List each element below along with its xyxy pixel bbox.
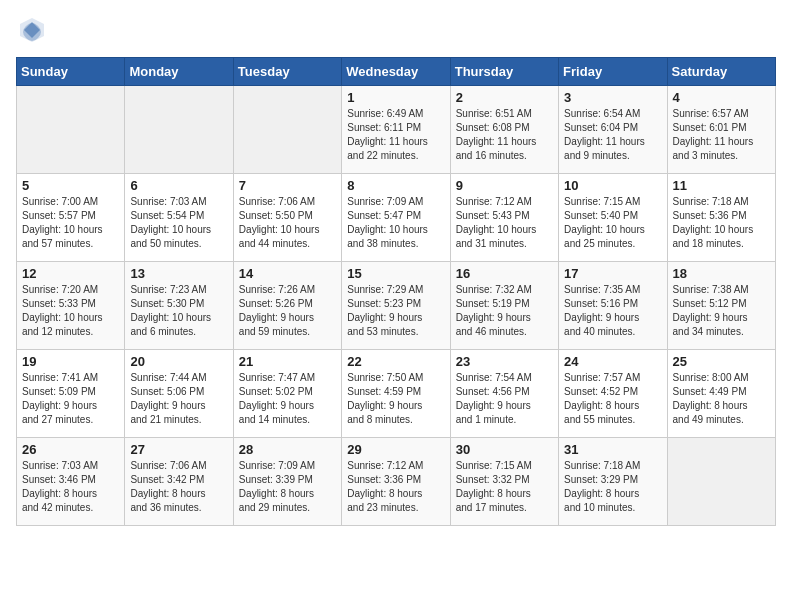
day-number: 28 [239,442,336,457]
day-info: Sunrise: 7:50 AM Sunset: 4:59 PM Dayligh… [347,371,444,427]
day-info: Sunrise: 8:00 AM Sunset: 4:49 PM Dayligh… [673,371,770,427]
day-number: 23 [456,354,553,369]
calendar-cell: 9Sunrise: 7:12 AM Sunset: 5:43 PM Daylig… [450,174,558,262]
logo-icon [18,16,46,44]
day-info: Sunrise: 7:20 AM Sunset: 5:33 PM Dayligh… [22,283,119,339]
day-info: Sunrise: 7:32 AM Sunset: 5:19 PM Dayligh… [456,283,553,339]
day-number: 14 [239,266,336,281]
day-info: Sunrise: 7:18 AM Sunset: 3:29 PM Dayligh… [564,459,661,515]
calendar-cell: 5Sunrise: 7:00 AM Sunset: 5:57 PM Daylig… [17,174,125,262]
calendar-cell: 22Sunrise: 7:50 AM Sunset: 4:59 PM Dayli… [342,350,450,438]
day-info: Sunrise: 7:06 AM Sunset: 5:50 PM Dayligh… [239,195,336,251]
day-number: 7 [239,178,336,193]
calendar-cell: 20Sunrise: 7:44 AM Sunset: 5:06 PM Dayli… [125,350,233,438]
day-info: Sunrise: 6:51 AM Sunset: 6:08 PM Dayligh… [456,107,553,163]
day-info: Sunrise: 7:29 AM Sunset: 5:23 PM Dayligh… [347,283,444,339]
calendar-cell: 2Sunrise: 6:51 AM Sunset: 6:08 PM Daylig… [450,86,558,174]
day-info: Sunrise: 7:54 AM Sunset: 4:56 PM Dayligh… [456,371,553,427]
calendar-cell [233,86,341,174]
day-info: Sunrise: 7:03 AM Sunset: 3:46 PM Dayligh… [22,459,119,515]
calendar-cell: 31Sunrise: 7:18 AM Sunset: 3:29 PM Dayli… [559,438,667,526]
day-number: 25 [673,354,770,369]
day-number: 12 [22,266,119,281]
day-number: 22 [347,354,444,369]
day-info: Sunrise: 7:09 AM Sunset: 3:39 PM Dayligh… [239,459,336,515]
day-number: 13 [130,266,227,281]
calendar-cell: 24Sunrise: 7:57 AM Sunset: 4:52 PM Dayli… [559,350,667,438]
calendar-cell: 29Sunrise: 7:12 AM Sunset: 3:36 PM Dayli… [342,438,450,526]
calendar-cell: 13Sunrise: 7:23 AM Sunset: 5:30 PM Dayli… [125,262,233,350]
day-number: 10 [564,178,661,193]
day-info: Sunrise: 7:57 AM Sunset: 4:52 PM Dayligh… [564,371,661,427]
calendar-cell: 12Sunrise: 7:20 AM Sunset: 5:33 PM Dayli… [17,262,125,350]
weekday-header-wednesday: Wednesday [342,58,450,86]
day-number: 18 [673,266,770,281]
day-info: Sunrise: 7:09 AM Sunset: 5:47 PM Dayligh… [347,195,444,251]
day-number: 26 [22,442,119,457]
day-number: 24 [564,354,661,369]
calendar-cell [17,86,125,174]
calendar-cell: 17Sunrise: 7:35 AM Sunset: 5:16 PM Dayli… [559,262,667,350]
day-number: 11 [673,178,770,193]
day-number: 29 [347,442,444,457]
calendar-cell: 15Sunrise: 7:29 AM Sunset: 5:23 PM Dayli… [342,262,450,350]
calendar-cell: 26Sunrise: 7:03 AM Sunset: 3:46 PM Dayli… [17,438,125,526]
calendar-cell: 10Sunrise: 7:15 AM Sunset: 5:40 PM Dayli… [559,174,667,262]
calendar-table: SundayMondayTuesdayWednesdayThursdayFrid… [16,57,776,526]
day-number: 20 [130,354,227,369]
day-number: 30 [456,442,553,457]
day-info: Sunrise: 7:18 AM Sunset: 5:36 PM Dayligh… [673,195,770,251]
day-number: 4 [673,90,770,105]
day-number: 5 [22,178,119,193]
day-info: Sunrise: 7:15 AM Sunset: 5:40 PM Dayligh… [564,195,661,251]
calendar-cell: 14Sunrise: 7:26 AM Sunset: 5:26 PM Dayli… [233,262,341,350]
day-number: 6 [130,178,227,193]
calendar-cell: 1Sunrise: 6:49 AM Sunset: 6:11 PM Daylig… [342,86,450,174]
day-number: 17 [564,266,661,281]
calendar-cell: 16Sunrise: 7:32 AM Sunset: 5:19 PM Dayli… [450,262,558,350]
day-info: Sunrise: 7:35 AM Sunset: 5:16 PM Dayligh… [564,283,661,339]
day-info: Sunrise: 7:26 AM Sunset: 5:26 PM Dayligh… [239,283,336,339]
calendar-cell [125,86,233,174]
day-info: Sunrise: 7:00 AM Sunset: 5:57 PM Dayligh… [22,195,119,251]
day-info: Sunrise: 7:12 AM Sunset: 5:43 PM Dayligh… [456,195,553,251]
calendar-cell: 11Sunrise: 7:18 AM Sunset: 5:36 PM Dayli… [667,174,775,262]
weekday-header-saturday: Saturday [667,58,775,86]
day-number: 1 [347,90,444,105]
day-number: 21 [239,354,336,369]
calendar-cell: 30Sunrise: 7:15 AM Sunset: 3:32 PM Dayli… [450,438,558,526]
day-info: Sunrise: 7:41 AM Sunset: 5:09 PM Dayligh… [22,371,119,427]
day-info: Sunrise: 6:57 AM Sunset: 6:01 PM Dayligh… [673,107,770,163]
day-number: 15 [347,266,444,281]
calendar-cell: 23Sunrise: 7:54 AM Sunset: 4:56 PM Dayli… [450,350,558,438]
weekday-header-tuesday: Tuesday [233,58,341,86]
day-info: Sunrise: 7:06 AM Sunset: 3:42 PM Dayligh… [130,459,227,515]
calendar-cell: 8Sunrise: 7:09 AM Sunset: 5:47 PM Daylig… [342,174,450,262]
day-info: Sunrise: 6:54 AM Sunset: 6:04 PM Dayligh… [564,107,661,163]
day-info: Sunrise: 7:38 AM Sunset: 5:12 PM Dayligh… [673,283,770,339]
day-info: Sunrise: 7:15 AM Sunset: 3:32 PM Dayligh… [456,459,553,515]
day-info: Sunrise: 7:44 AM Sunset: 5:06 PM Dayligh… [130,371,227,427]
day-number: 3 [564,90,661,105]
day-number: 16 [456,266,553,281]
weekday-header-sunday: Sunday [17,58,125,86]
day-info: Sunrise: 6:49 AM Sunset: 6:11 PM Dayligh… [347,107,444,163]
header [16,16,776,49]
calendar-cell: 25Sunrise: 8:00 AM Sunset: 4:49 PM Dayli… [667,350,775,438]
calendar-cell: 3Sunrise: 6:54 AM Sunset: 6:04 PM Daylig… [559,86,667,174]
calendar-cell: 21Sunrise: 7:47 AM Sunset: 5:02 PM Dayli… [233,350,341,438]
weekday-header-monday: Monday [125,58,233,86]
day-number: 9 [456,178,553,193]
calendar-cell: 18Sunrise: 7:38 AM Sunset: 5:12 PM Dayli… [667,262,775,350]
logo [16,16,46,49]
day-number: 27 [130,442,227,457]
day-number: 2 [456,90,553,105]
day-number: 19 [22,354,119,369]
calendar-cell: 28Sunrise: 7:09 AM Sunset: 3:39 PM Dayli… [233,438,341,526]
day-info: Sunrise: 7:23 AM Sunset: 5:30 PM Dayligh… [130,283,227,339]
weekday-header-friday: Friday [559,58,667,86]
calendar-cell: 27Sunrise: 7:06 AM Sunset: 3:42 PM Dayli… [125,438,233,526]
calendar-cell: 6Sunrise: 7:03 AM Sunset: 5:54 PM Daylig… [125,174,233,262]
day-info: Sunrise: 7:03 AM Sunset: 5:54 PM Dayligh… [130,195,227,251]
day-number: 8 [347,178,444,193]
